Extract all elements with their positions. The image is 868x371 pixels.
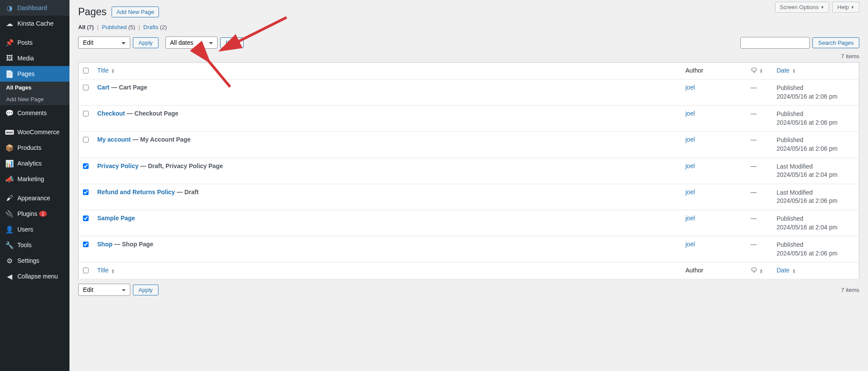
sidebar-item-label: Marketing: [17, 176, 44, 182]
date-cell: Published2024/05/16 at 2:06 pm: [772, 80, 859, 106]
row-checkbox[interactable]: [83, 189, 89, 195]
sidebar-item-label: Dashboard: [17, 4, 47, 11]
sidebar-item-label: Posts: [17, 39, 33, 46]
page-title-link[interactable]: Checkout: [97, 110, 125, 117]
row-checkbox[interactable]: [83, 242, 89, 247]
item-count-top: 7 items: [78, 53, 859, 60]
search-input[interactable]: [740, 37, 810, 49]
sidebar-item-label: Plugins: [17, 210, 37, 217]
settings-icon: ⚙: [5, 256, 14, 265]
comment-count: —: [746, 158, 772, 184]
author-link[interactable]: joel: [686, 215, 695, 222]
comment-count: —: [746, 80, 772, 106]
sidebar-item-tools[interactable]: 🔧Tools: [0, 237, 69, 253]
sidebar-item-media[interactable]: 🖼Media: [0, 50, 69, 66]
row-checkbox[interactable]: [83, 163, 89, 169]
sidebar-item-label: Settings: [17, 257, 40, 264]
main-content: Screen Options▼ Help▼ Pages Add New Page…: [69, 0, 868, 371]
bulk-apply-button-bottom[interactable]: Apply: [133, 285, 158, 295]
row-checkbox[interactable]: [83, 137, 89, 142]
sidebar-item-comments[interactable]: 💬Comments: [0, 105, 69, 121]
submenu-add-new-page[interactable]: Add New Page: [0, 93, 69, 105]
row-checkbox[interactable]: [83, 85, 89, 90]
post-state: — Draft: [175, 189, 198, 195]
filter-drafts[interactable]: Drafts (2): [143, 24, 167, 30]
dashboard-icon: ◑: [5, 3, 14, 12]
author-link[interactable]: joel: [686, 136, 695, 143]
comment-count: —: [746, 106, 772, 132]
row-checkbox[interactable]: [83, 111, 89, 116]
sidebar-item-label: Comments: [17, 109, 47, 116]
comment-icon: 🗨: [751, 267, 757, 274]
sidebar-submenu: All PagesAdd New Page: [0, 82, 69, 105]
posts-icon: 📌: [5, 38, 14, 47]
sort-date-bottom[interactable]: Date ▲▼: [777, 267, 796, 274]
filter-published[interactable]: Published (5): [102, 24, 135, 30]
filter-all[interactable]: All (7): [78, 24, 94, 30]
table-row: Shop — Shop Pagejoel—Published2024/05/16…: [79, 236, 859, 262]
sort-icon: ▲▼: [111, 268, 115, 274]
products-icon: 📦: [5, 143, 14, 152]
author-link[interactable]: joel: [686, 84, 695, 91]
sort-title-bottom[interactable]: Title ▲▼: [97, 267, 115, 274]
page-title-link[interactable]: My account: [97, 136, 131, 143]
row-checkbox[interactable]: [83, 215, 89, 221]
table-row: Cart — Cart Pagejoel—Published2024/05/16…: [79, 80, 859, 106]
column-comments[interactable]: 🗨 ▲▼: [746, 63, 772, 80]
bulk-action-select[interactable]: Edit: [78, 36, 130, 49]
page-title-link[interactable]: Sample Page: [97, 215, 135, 222]
search-pages-button[interactable]: Search Pages: [812, 37, 859, 48]
page-title-link[interactable]: Privacy Policy: [97, 162, 139, 169]
submenu-all-pages[interactable]: All Pages: [0, 82, 69, 93]
sidebar-item-pages[interactable]: 📄Pages: [0, 66, 69, 82]
screen-options-button[interactable]: Screen Options▼: [775, 2, 829, 13]
date-cell: Last Modified2024/05/16 at 2:06 pm: [772, 184, 859, 210]
sort-icon: ▲▼: [792, 68, 796, 73]
sidebar-item-plugins[interactable]: 🔌Plugins1: [0, 206, 69, 222]
analytics-icon: 📊: [5, 159, 14, 168]
author-link[interactable]: joel: [686, 110, 695, 117]
plugins-icon: 🔌: [5, 209, 14, 218]
date-filter-select[interactable]: All dates: [165, 36, 218, 49]
add-new-page-button[interactable]: Add New Page: [112, 7, 159, 17]
sort-date[interactable]: Date ▲▼: [777, 67, 796, 74]
table-row: Privacy Policy — Draft, Privacy Policy P…: [79, 158, 859, 184]
column-author: Author: [681, 63, 746, 80]
author-link[interactable]: joel: [686, 162, 695, 169]
column-comments-bottom[interactable]: 🗨 ▲▼: [746, 262, 772, 279]
page-title-link[interactable]: Cart: [97, 84, 109, 91]
page-title-link[interactable]: Shop: [97, 241, 112, 248]
author-link[interactable]: joel: [686, 189, 695, 195]
date-cell: Last Modified2024/05/16 at 2:04 pm: [772, 158, 859, 184]
sidebar-item-users[interactable]: 👤Users: [0, 222, 69, 237]
pages-icon: 📄: [5, 70, 14, 78]
page-title-link[interactable]: Refund and Returns Policy: [97, 189, 175, 195]
item-count-bottom: 7 items: [841, 287, 859, 293]
sort-title[interactable]: Title ▲▼: [97, 67, 115, 74]
bulk-action-select-bottom[interactable]: Edit: [78, 284, 130, 296]
filter-button[interactable]: Filter: [220, 37, 244, 48]
sidebar-item-appearance[interactable]: 🖌Appearance: [0, 190, 69, 206]
sidebar-item-marketing[interactable]: 📣Marketing: [0, 171, 69, 187]
chevron-down-icon: ▼: [851, 5, 855, 10]
woocommerce-icon: woo: [5, 128, 14, 136]
sidebar-item-dashboard[interactable]: ◑Dashboard: [0, 0, 69, 16]
sidebar-item-label: Appearance: [17, 195, 50, 202]
bulk-apply-button[interactable]: Apply: [133, 37, 158, 48]
collapse-menu-icon: ◀: [5, 272, 14, 281]
sort-icon: ▲▼: [759, 268, 763, 274]
select-all-bottom[interactable]: [83, 268, 89, 273]
help-button[interactable]: Help▼: [832, 2, 859, 13]
sidebar-item-analytics[interactable]: 📊Analytics: [0, 156, 69, 171]
sidebar-item-woocommerce[interactable]: wooWooCommerce: [0, 124, 69, 140]
sort-icon: ▲▼: [792, 268, 796, 274]
sidebar-item-kinsta-cache[interactable]: ☁Kinsta Cache: [0, 16, 69, 31]
author-link[interactable]: joel: [686, 241, 695, 248]
sidebar-item-products[interactable]: 📦Products: [0, 140, 69, 156]
sidebar-item-posts[interactable]: 📌Posts: [0, 35, 69, 50]
sidebar-item-settings[interactable]: ⚙Settings: [0, 253, 69, 268]
sidebar-item-collapse-menu[interactable]: ◀Collapse menu: [0, 268, 69, 284]
sidebar-item-label: Kinsta Cache: [17, 20, 53, 27]
select-all-top[interactable]: [83, 68, 89, 73]
post-state: — Shop Page: [112, 241, 153, 248]
